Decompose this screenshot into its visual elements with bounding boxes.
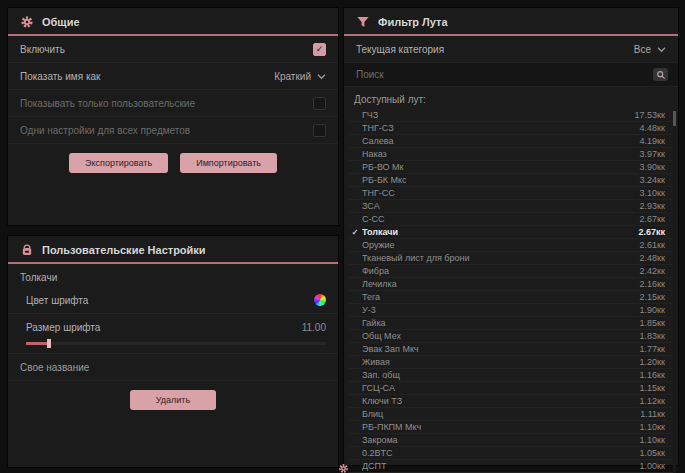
- gear-icon: [20, 15, 34, 29]
- general-panel-header: Общие: [8, 8, 338, 34]
- loot-item-value: 2.42кк: [640, 266, 665, 276]
- loot-item-name: Общ Мех: [362, 331, 640, 341]
- loot-item-name: Гайка: [362, 318, 640, 328]
- loot-item-value: 1.05кк: [640, 448, 665, 458]
- loot-list-scrollbar[interactable]: [673, 109, 676, 473]
- loot-item-row[interactable]: ДСПТ1.00кк: [348, 460, 673, 473]
- loot-item-name: Салева: [362, 136, 640, 146]
- loot-item-value: 1.90кк: [640, 305, 665, 315]
- loot-item-row[interactable]: Фибра2.42кк: [348, 265, 673, 278]
- loot-item-row[interactable]: Наказ3.97кк: [348, 148, 673, 161]
- loot-item-row[interactable]: Гайка1.85кк: [348, 317, 673, 330]
- loot-item-name: Наказ: [362, 149, 640, 159]
- loot-item-name: Блиц: [362, 409, 640, 419]
- category-dropdown[interactable]: Все: [634, 44, 666, 55]
- font-size-row: Размер шрифта 11.00: [8, 314, 338, 340]
- font-size-slider-handle[interactable]: [47, 339, 51, 348]
- font-color-row: Цвет шрифта: [8, 287, 338, 314]
- loot-item-row[interactable]: Тканевый лист для брони2.48кк: [348, 252, 673, 265]
- loot-item-row[interactable]: Ключи ТЗ1.12кк: [348, 395, 673, 408]
- only-custom-checkbox[interactable]: [313, 97, 326, 110]
- loot-list-scrollbar-thumb[interactable]: [673, 111, 676, 126]
- loot-item-value: 4.48кк: [640, 123, 665, 133]
- loot-item-name: Фибра: [362, 266, 640, 276]
- export-button[interactable]: Экспортировать: [69, 153, 168, 173]
- loot-item-value: 1.15кк: [640, 383, 665, 393]
- loot-item-name: ТНГ-СС: [362, 188, 640, 198]
- loot-item-row[interactable]: Салева4.19кк: [348, 135, 673, 148]
- category-row: Текущая категория Все: [344, 36, 678, 63]
- loot-item-value: 1.11кк: [640, 409, 665, 419]
- name-mode-dropdown[interactable]: Краткий: [274, 71, 326, 82]
- loot-item-row[interactable]: 0.2BTC1.05кк: [348, 447, 673, 460]
- loot-item-row[interactable]: Зап. общ1.16кк: [348, 369, 673, 382]
- loot-item-name: У-3: [362, 305, 640, 315]
- category-value: Все: [634, 44, 651, 55]
- font-size-slider-fill: [26, 342, 47, 345]
- loot-item-row[interactable]: Тега2.15кк: [348, 291, 673, 304]
- loot-item-value: 1.77кк: [640, 344, 665, 354]
- loot-item-name: Лечилка: [362, 279, 640, 289]
- loot-item-row[interactable]: Лечилка2.16кк: [348, 278, 673, 291]
- font-size-slider-track[interactable]: [26, 342, 326, 345]
- loot-item-value: 4.19кк: [640, 136, 665, 146]
- search-icon[interactable]: [653, 68, 668, 81]
- loot-list: ГЧЗ17.53ккТНГ-СЗ4.48ккСалева4.19ккНаказ3…: [348, 109, 673, 473]
- loot-item-value: 3.90кк: [640, 162, 665, 172]
- loot-item-name: РБ-ВО Мк: [362, 162, 640, 172]
- chevron-down-icon: [657, 46, 666, 53]
- loot-filter-title: Фильтр Лута: [378, 16, 448, 28]
- loot-item-row[interactable]: РБ-ВО Мк3.90кк: [348, 161, 673, 174]
- user-settings-header: Пользовательские Настройки: [8, 236, 338, 262]
- loot-item-value: 17.53кк: [635, 110, 665, 120]
- same-settings-row: Одни настройки для всех предметов: [8, 117, 338, 144]
- loot-item-value: 2.67кк: [640, 214, 665, 224]
- loot-item-row[interactable]: ТНГ-СС3.10кк: [348, 187, 673, 200]
- loot-item-value: 1.00кк: [640, 461, 665, 471]
- loot-item-row[interactable]: У-31.90кк: [348, 304, 673, 317]
- loot-item-value: 3.24кк: [640, 175, 665, 185]
- enable-label: Включить: [20, 44, 65, 55]
- loot-item-value: 1.12кк: [640, 396, 665, 406]
- loot-item-value: 2.93кк: [640, 201, 665, 211]
- loot-item-row[interactable]: Блиц1.11кк: [348, 408, 673, 421]
- available-loot-label: Доступный лут:: [344, 87, 678, 109]
- loot-item-name: Зап. общ: [362, 370, 640, 380]
- loot-item-row[interactable]: Эвак Зап Мкч1.77кк: [348, 343, 673, 356]
- loot-item-row[interactable]: Закрома1.10кк: [348, 434, 673, 447]
- loot-item-row[interactable]: ЗСА2.93кк: [348, 200, 673, 213]
- loot-item-row[interactable]: Общ Мех1.83кк: [348, 330, 673, 343]
- font-size-value: 11.00: [302, 322, 326, 333]
- loot-item-name: 0.2BTC: [362, 448, 640, 458]
- search-input[interactable]: [354, 68, 653, 81]
- loot-item-row[interactable]: ГСЦ-СА1.15кк: [348, 382, 673, 395]
- enable-row: Включить ✓: [8, 36, 338, 63]
- font-size-slider[interactable]: [8, 340, 338, 354]
- loot-item-name: ГЧЗ: [362, 110, 635, 120]
- loot-item-name: ГСЦ-СА: [362, 383, 640, 393]
- custom-name-label: Свое название: [20, 362, 89, 373]
- loot-item-row[interactable]: РБ-ПКПМ Мкч1.10кк: [348, 421, 673, 434]
- loot-filter-header: Фильтр Лута: [344, 8, 678, 34]
- loot-item-name: Эвак Зап Мкч: [362, 344, 640, 354]
- color-wheel-icon[interactable]: [314, 294, 326, 306]
- custom-name-field[interactable]: Свое название: [8, 354, 338, 381]
- general-panel: Общие Включить ✓ Показать имя как Кратки…: [8, 8, 338, 225]
- import-button[interactable]: Импортировать: [180, 153, 277, 173]
- loot-item-row[interactable]: ✓Толкачи2.67кк: [348, 226, 673, 239]
- loot-item-name: Толкачи: [362, 227, 638, 237]
- loot-item-row[interactable]: С-СС2.67кк: [348, 213, 673, 226]
- loot-item-value: 2.61кк: [640, 240, 665, 250]
- loot-item-value: 1.85кк: [640, 318, 665, 328]
- same-settings-checkbox[interactable]: [313, 124, 326, 137]
- loot-item-name: ТНГ-СЗ: [362, 123, 640, 133]
- loot-item-row[interactable]: ГЧЗ17.53кк: [348, 109, 673, 122]
- loot-item-row[interactable]: ТНГ-СЗ4.48кк: [348, 122, 673, 135]
- loot-item-row[interactable]: Живая1.20кк: [348, 356, 673, 369]
- loot-item-row[interactable]: Оружие2.61кк: [348, 239, 673, 252]
- mini-gear-icon[interactable]: [338, 460, 349, 471]
- only-custom-label: Показывать только пользовательские: [20, 98, 195, 109]
- delete-button[interactable]: Удалить: [130, 390, 216, 410]
- enable-checkbox[interactable]: ✓: [313, 43, 326, 56]
- loot-item-row[interactable]: РБ-БК Мкс3.24кк: [348, 174, 673, 187]
